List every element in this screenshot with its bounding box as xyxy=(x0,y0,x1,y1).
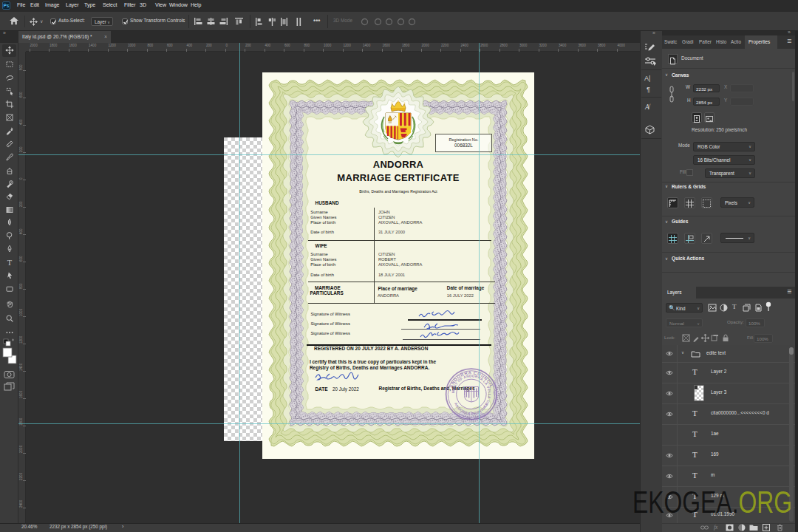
svg-text:DEPARTMENT OF ANDORRA LA VELLA: DEPARTMENT OF ANDORRA LA VELLA CITY xyxy=(262,72,491,409)
svg-text:T: T xyxy=(7,259,12,267)
